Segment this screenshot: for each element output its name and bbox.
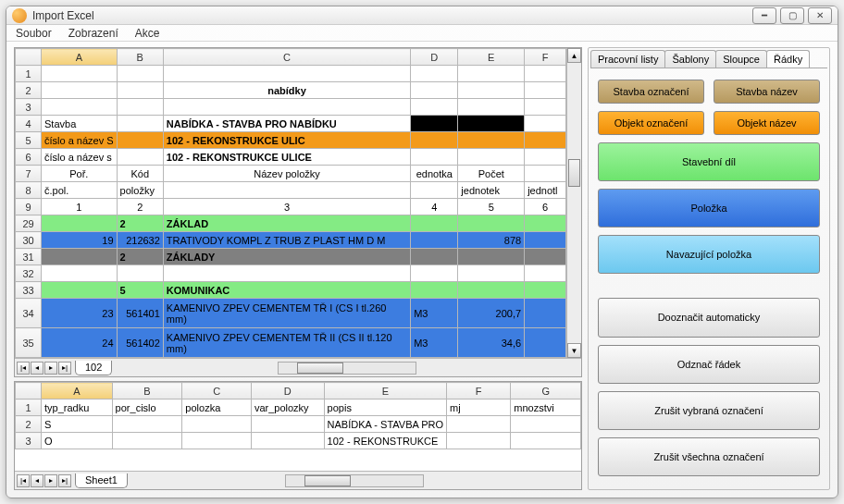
- col-header-C[interactable]: C: [182, 383, 252, 400]
- cell[interactable]: 878: [458, 232, 525, 249]
- bottom-grid[interactable]: ABCDEFG1typ_radkupor_cislopolozkavar_pol…: [15, 382, 581, 471]
- col-header-C[interactable]: C: [163, 49, 410, 66]
- col-header-A[interactable]: A: [42, 383, 113, 400]
- odznac-radek-button[interactable]: Odznač řádek: [598, 345, 820, 384]
- cell[interactable]: [117, 149, 163, 166]
- cell[interactable]: [525, 299, 566, 328]
- zrusit-vybrana-button[interactable]: Zrušit vybraná označení: [598, 391, 820, 430]
- cell[interactable]: 102 - REKONSTRUKCE: [324, 433, 447, 449]
- sheet-nav-first-2[interactable]: |◂: [17, 474, 30, 487]
- cell[interactable]: [525, 116, 566, 132]
- cell[interactable]: 102 - REKONSTRUKCE ULIC: [163, 132, 410, 149]
- cell[interactable]: popis: [324, 400, 447, 416]
- cell[interactable]: [458, 66, 525, 82]
- cell[interactable]: 561402: [117, 328, 163, 358]
- row-header[interactable]: 31: [16, 249, 42, 265]
- cell[interactable]: [411, 265, 458, 282]
- cell[interactable]: [42, 215, 118, 232]
- col-header-B[interactable]: B: [117, 49, 163, 66]
- cell[interactable]: NABÍDKA - STAVBA PRO: [324, 416, 447, 433]
- col-header-F[interactable]: F: [525, 49, 566, 66]
- cell[interactable]: [458, 215, 525, 232]
- cell[interactable]: [182, 433, 252, 449]
- cell[interactable]: [411, 132, 458, 149]
- cell[interactable]: [117, 66, 163, 82]
- row-header[interactable]: 1: [16, 400, 42, 416]
- cell[interactable]: 23: [42, 299, 118, 328]
- col-header-F[interactable]: F: [447, 383, 511, 400]
- horizontal-scrollbar-2[interactable]: [128, 474, 581, 487]
- menu-zobrazeni[interactable]: Zobrazení: [68, 27, 118, 40]
- cell[interactable]: Stavba: [42, 116, 118, 132]
- cell[interactable]: č.pol.: [42, 182, 118, 199]
- row-header[interactable]: 2: [16, 416, 42, 433]
- cell[interactable]: mnozstvi: [511, 400, 581, 416]
- maximize-button[interactable]: ▢: [780, 7, 804, 24]
- cell[interactable]: [42, 82, 118, 99]
- cell[interactable]: nabídky: [163, 82, 410, 99]
- sheet-nav-prev-2[interactable]: ◂: [31, 474, 43, 487]
- horizontal-scrollbar[interactable]: [112, 362, 581, 375]
- row-header[interactable]: 32: [16, 265, 42, 282]
- cell[interactable]: Název položky: [163, 166, 410, 182]
- cell[interactable]: [42, 265, 118, 282]
- cell[interactable]: ZÁKLAD: [163, 215, 410, 232]
- bottom-sheet-tab[interactable]: Sheet1: [75, 473, 128, 488]
- cell[interactable]: [117, 99, 163, 116]
- sheet-nav-next[interactable]: ▸: [44, 362, 57, 375]
- col-header-B[interactable]: B: [112, 383, 182, 400]
- tab-sablony[interactable]: Šablony: [664, 50, 716, 68]
- row-header[interactable]: 9: [16, 199, 42, 215]
- tab-sloupce[interactable]: Sloupce: [715, 50, 767, 68]
- navazujici-polozka-button[interactable]: Navazující položka: [598, 235, 820, 274]
- col-header-E[interactable]: E: [324, 383, 447, 400]
- cell[interactable]: [112, 416, 182, 433]
- cell[interactable]: var_polozky: [251, 400, 324, 416]
- cell[interactable]: [163, 265, 410, 282]
- minimize-button[interactable]: ━: [752, 7, 776, 24]
- col-header-A[interactable]: A: [42, 49, 118, 66]
- row-header[interactable]: 5: [16, 132, 42, 149]
- cell[interactable]: [458, 132, 525, 149]
- cell[interactable]: 6: [525, 199, 566, 215]
- cell[interactable]: ednotka: [411, 166, 458, 182]
- cell[interactable]: 4: [411, 199, 458, 215]
- row-header[interactable]: 7: [16, 166, 42, 182]
- cell[interactable]: [411, 66, 458, 82]
- cell[interactable]: [525, 149, 566, 166]
- cell[interactable]: jednotl: [525, 182, 566, 199]
- sheet-nav-last-2[interactable]: ▸|: [58, 474, 71, 487]
- cell[interactable]: [411, 116, 458, 132]
- dooznacit-auto-button[interactable]: Dooznačit automaticky: [598, 298, 820, 337]
- cell[interactable]: KAMENIVO ZPEV CEMENTEM TŘ I (CS I tl.260…: [163, 299, 410, 328]
- objekt-oznaceni-button[interactable]: Objekt označení: [598, 111, 704, 135]
- cell[interactable]: [525, 282, 566, 299]
- cell[interactable]: [525, 265, 566, 282]
- cell[interactable]: [458, 249, 525, 265]
- cell[interactable]: [117, 116, 163, 132]
- col-header-D[interactable]: D: [411, 49, 458, 66]
- cell[interactable]: [525, 166, 566, 182]
- cell[interactable]: [447, 416, 511, 433]
- cell[interactable]: [525, 99, 566, 116]
- cell[interactable]: [458, 149, 525, 166]
- cell[interactable]: [163, 99, 410, 116]
- cell[interactable]: [525, 132, 566, 149]
- zrusit-vsechna-button[interactable]: Zrušit všechna označení: [598, 437, 820, 476]
- cell[interactable]: [458, 265, 525, 282]
- cell[interactable]: 34,6: [458, 328, 525, 358]
- cell[interactable]: 5: [117, 282, 163, 299]
- row-header[interactable]: 2: [16, 82, 42, 99]
- cell[interactable]: [411, 149, 458, 166]
- row-header[interactable]: 29: [16, 215, 42, 232]
- cell[interactable]: por_cislo: [112, 400, 182, 416]
- cell[interactable]: [117, 265, 163, 282]
- tab-radky[interactable]: Řádky: [766, 50, 810, 68]
- cell[interactable]: 561401: [117, 299, 163, 328]
- cell[interactable]: [42, 99, 118, 116]
- cell[interactable]: 3: [163, 199, 410, 215]
- row-header[interactable]: 1: [16, 66, 42, 82]
- cell[interactable]: [411, 99, 458, 116]
- close-button[interactable]: ✕: [808, 7, 832, 24]
- cell[interactable]: 2: [117, 199, 163, 215]
